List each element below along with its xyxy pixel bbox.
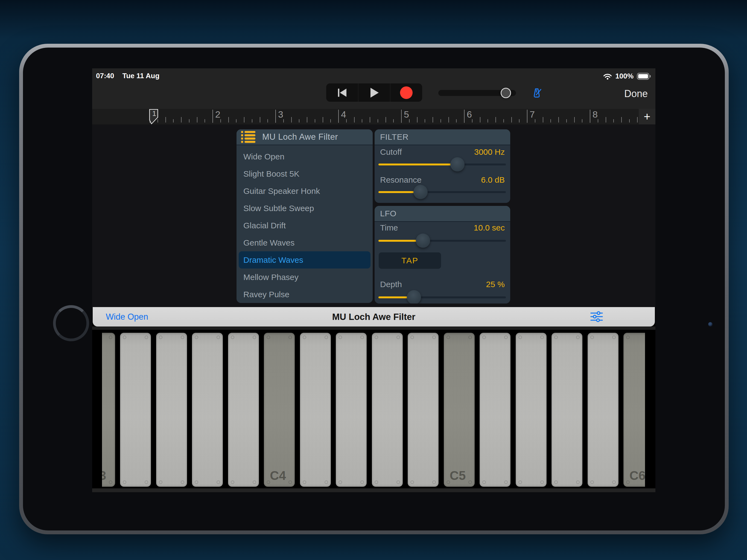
key-rivet xyxy=(231,335,234,339)
piano-key[interactable] xyxy=(516,333,547,487)
resonance-knob[interactable] xyxy=(413,185,428,199)
preset-item[interactable]: Dramatic Waves xyxy=(239,251,370,269)
time-slider[interactable] xyxy=(379,233,506,248)
preset-item[interactable]: Slow Subtle Sweep xyxy=(239,200,370,217)
playhead-bar-number: 1 xyxy=(152,109,156,118)
ruler-bar-number: 5 xyxy=(404,109,409,120)
record-button[interactable] xyxy=(390,83,422,102)
status-bar-left: 07:40Tue 11 Aug xyxy=(96,72,159,80)
preset-item[interactable]: Glacial Drift xyxy=(239,217,370,234)
key-rivet xyxy=(482,335,486,339)
cutoff-slider[interactable] xyxy=(379,157,506,172)
ruler-tick xyxy=(535,119,535,123)
control-bar: 07:40Tue 11 Aug 100% xyxy=(92,68,655,109)
key-rivet xyxy=(338,480,342,484)
resonance-slider[interactable] xyxy=(379,185,506,199)
lfo-header-label: LFO xyxy=(380,209,396,218)
preset-item[interactable]: Gentle Waves xyxy=(239,234,370,251)
key-rivet xyxy=(231,480,234,484)
preset-item[interactable]: Ravey Pulse xyxy=(239,286,370,303)
piano-key-c6[interactable]: C6 xyxy=(623,333,645,487)
depth-slider[interactable] xyxy=(379,290,506,304)
ruler-bar-number: 3 xyxy=(278,109,283,120)
status-bar-right: 100% xyxy=(603,72,651,80)
ruler-tick xyxy=(354,117,355,123)
piano-key-c4[interactable]: C4 xyxy=(264,333,295,487)
key-rivet xyxy=(468,335,472,339)
preset-panel-header[interactable]: MU Loch Awe Filter xyxy=(236,129,373,145)
preset-item[interactable]: Mellow Phasey xyxy=(239,269,370,286)
time-knob[interactable] xyxy=(416,233,430,248)
key-label: C5 xyxy=(450,468,466,483)
piano-key[interactable] xyxy=(480,333,511,487)
rewind-button[interactable] xyxy=(326,83,358,102)
ruler-tick xyxy=(260,117,260,123)
key-rivet xyxy=(468,480,472,484)
ruler-bar-number: 6 xyxy=(467,109,472,120)
key-rivet xyxy=(482,480,486,484)
piano-key[interactable] xyxy=(408,333,439,487)
piano-key-c3[interactable]: C3 xyxy=(102,333,115,487)
key-rivet xyxy=(123,480,126,484)
ruler-tick xyxy=(228,117,229,123)
piano-key[interactable] xyxy=(300,333,331,487)
ruler-tick xyxy=(283,119,284,123)
key-rivet xyxy=(360,335,364,339)
piano-key[interactable] xyxy=(192,333,223,487)
key-rivet xyxy=(554,335,558,339)
preset-item[interactable]: Wide Open xyxy=(239,148,370,165)
add-bars-button[interactable]: + xyxy=(639,109,655,124)
piano-key-c5[interactable]: C5 xyxy=(444,333,475,487)
time-label: Time xyxy=(380,223,398,232)
key-rivet xyxy=(432,480,436,484)
playhead-marker[interactable]: 1 xyxy=(149,109,158,124)
resonance-row: Resonance 6.0 dB xyxy=(380,175,505,184)
ruler-bar-line xyxy=(464,110,465,123)
key-rivet xyxy=(504,480,508,484)
keyboard-bottom-band xyxy=(92,488,655,492)
timeline-ruler[interactable]: 12345678 1 + xyxy=(92,109,655,124)
key-rivet xyxy=(375,335,378,339)
cutoff-row: Cutoff 3000 Hz xyxy=(380,147,505,157)
home-button[interactable] xyxy=(53,305,89,341)
key-rivet xyxy=(216,480,220,484)
metronome-icon[interactable] xyxy=(531,87,543,99)
sliders-icon[interactable] xyxy=(590,311,603,322)
master-volume-slider[interactable] xyxy=(438,90,516,96)
done-button[interactable]: Done xyxy=(624,88,648,100)
ruler-bar-number: 4 xyxy=(341,109,346,120)
cutoff-value: 3000 Hz xyxy=(474,147,505,157)
ruler-bar-line xyxy=(275,110,276,123)
ruler-bar-number: 8 xyxy=(593,109,598,120)
piano-key[interactable] xyxy=(551,333,583,487)
piano-key[interactable] xyxy=(372,333,403,487)
tap-tempo-button[interactable]: TAP xyxy=(379,252,441,269)
piano-key[interactable] xyxy=(588,333,618,487)
ruler-tick xyxy=(252,119,252,123)
ruler-tick xyxy=(495,117,496,123)
piano-key[interactable] xyxy=(156,333,187,487)
key-rivet xyxy=(410,480,414,484)
key-rivet xyxy=(216,335,220,339)
plugin-title: MU Loch Awe Filter xyxy=(93,307,655,327)
ruler-tick xyxy=(189,119,189,123)
preset-item[interactable]: Guitar Speaker Honk xyxy=(239,182,370,200)
preset-item[interactable]: Slight Boost 5K xyxy=(239,165,370,182)
ruler-tick xyxy=(299,119,300,123)
piano-key[interactable] xyxy=(336,333,367,487)
piano-key[interactable] xyxy=(120,333,151,487)
key-rivet xyxy=(375,480,378,484)
cutoff-knob[interactable] xyxy=(450,157,465,172)
ruler-tick xyxy=(480,117,481,123)
key-rivet xyxy=(288,335,292,339)
app-screen: 07:40Tue 11 Aug 100% xyxy=(92,68,655,492)
volume-knob[interactable] xyxy=(500,88,511,98)
key-rivet xyxy=(145,480,148,484)
depth-knob[interactable] xyxy=(407,290,421,304)
piano-key[interactable] xyxy=(228,333,259,487)
ruler-tick xyxy=(519,119,519,123)
clock: 07:40 xyxy=(96,72,114,80)
play-button[interactable] xyxy=(358,83,390,102)
ruler-tick xyxy=(330,119,331,123)
front-camera xyxy=(708,322,713,327)
